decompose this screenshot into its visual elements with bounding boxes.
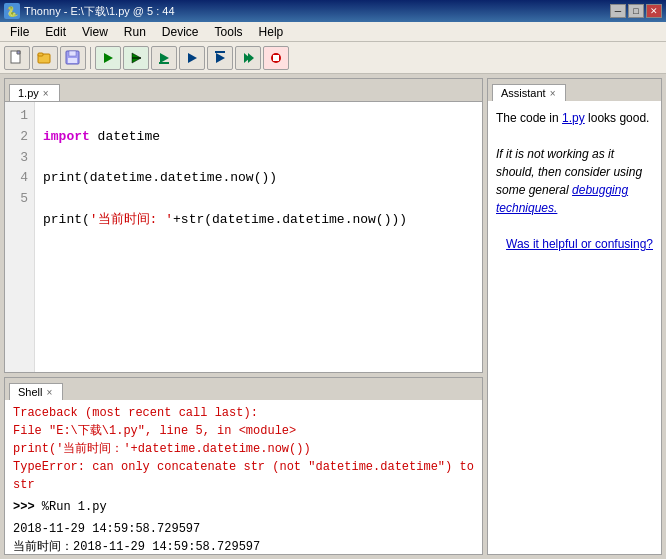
error-line-2: File "E:\下载\1.py", line 5, in <module>	[13, 422, 474, 440]
title-bar: 🐍 Thonny - E:\下载\1.py @ 5 : 44 ─ □ ✕	[0, 0, 666, 22]
assistant-text-1: The code in	[496, 111, 562, 125]
code-editor[interactable]: 1 2 3 4 5 import datetime print(datetime…	[5, 101, 482, 372]
toolbar	[0, 42, 666, 74]
menu-file[interactable]: File	[2, 23, 37, 41]
assistant-main-text: The code in 1.py looks good.	[496, 109, 653, 127]
svg-marker-12	[216, 53, 225, 63]
line-num-1: 1	[11, 106, 28, 127]
line-num-2: 2	[11, 127, 28, 148]
shell-tab-bar: Shell ×	[5, 378, 482, 400]
stop-button[interactable]	[263, 46, 289, 70]
save-button[interactable]	[60, 46, 86, 70]
shell-run-prompt: >>> %Run 1.py	[13, 498, 474, 516]
svg-rect-5	[68, 58, 77, 63]
error-line-3: print('当前时间：'+datetime.datetime.now())	[13, 440, 474, 458]
assistant-tab-label: Assistant	[501, 87, 546, 99]
menu-help[interactable]: Help	[251, 23, 292, 41]
assistant-tab-bar: Assistant ×	[488, 79, 661, 101]
minimize-button[interactable]: ─	[610, 4, 626, 18]
debug-button[interactable]	[123, 46, 149, 70]
editor-pane: 1.py × 1 2 3 4 5 import datetime print(d…	[4, 78, 483, 373]
line-num-5: 5	[11, 189, 28, 210]
svg-marker-11	[188, 53, 197, 63]
svg-rect-2	[38, 53, 43, 56]
window-controls: ─ □ ✕	[610, 4, 662, 18]
title-bar-left: 🐍 Thonny - E:\下载\1.py @ 5 : 44	[4, 3, 175, 19]
run-button[interactable]	[95, 46, 121, 70]
assistant-file-link[interactable]: 1.py	[562, 111, 585, 125]
menu-run[interactable]: Run	[116, 23, 154, 41]
editor-tab-bar: 1.py ×	[5, 79, 482, 101]
menu-edit[interactable]: Edit	[37, 23, 74, 41]
menu-tools[interactable]: Tools	[207, 23, 251, 41]
code-line-2	[43, 150, 51, 165]
maximize-button[interactable]: □	[628, 4, 644, 18]
step-into-button[interactable]	[179, 46, 205, 70]
assistant-tab-close[interactable]: ×	[550, 88, 556, 99]
close-button[interactable]: ✕	[646, 4, 662, 18]
menu-bar: File Edit View Run Device Tools Help	[0, 22, 666, 42]
assistant-tab[interactable]: Assistant ×	[492, 84, 566, 101]
code-line-3: print(datetime.datetime.now())	[43, 170, 277, 185]
shell-tab-close[interactable]: ×	[46, 387, 52, 398]
svg-marker-9	[160, 53, 169, 63]
svg-rect-4	[69, 51, 76, 56]
error-line-1: Traceback (most recent call last):	[13, 404, 474, 422]
open-button[interactable]	[32, 46, 58, 70]
output-line-2: 当前时间：2018-11-29 14:59:58.729597	[13, 538, 474, 554]
menu-device[interactable]: Device	[154, 23, 207, 41]
line-num-3: 3	[11, 148, 28, 169]
code-line-4	[43, 191, 51, 206]
menu-view[interactable]: View	[74, 23, 116, 41]
output-line-1: 2018-11-29 14:59:58.729597	[13, 520, 474, 538]
assistant-italic-text: If it is not working as it should, then …	[496, 145, 653, 217]
shell-pane: Shell × Traceback (most recent call last…	[4, 377, 483, 555]
window-title: Thonny - E:\下载\1.py @ 5 : 44	[24, 4, 175, 19]
editor-tab-close[interactable]: ×	[43, 88, 49, 99]
assistant-pane: Assistant × The code in 1.py looks good.…	[487, 78, 662, 555]
svg-marker-15	[248, 53, 254, 63]
line-numbers: 1 2 3 4 5	[5, 102, 35, 372]
editor-tab-label: 1.py	[18, 87, 39, 99]
shell-tab-label: Shell	[18, 386, 42, 398]
shell-tab[interactable]: Shell ×	[9, 383, 63, 400]
svg-marker-6	[104, 53, 113, 63]
resume-button[interactable]	[235, 46, 261, 70]
prompt-symbol-1: >>>	[13, 500, 42, 514]
error-line-4: TypeError: can only concatenate str (not…	[13, 458, 474, 494]
line-num-4: 4	[11, 168, 28, 189]
svg-rect-17	[273, 55, 279, 61]
step-out-button[interactable]	[207, 46, 233, 70]
app-icon: 🐍	[4, 3, 20, 19]
main-area: 1.py × 1 2 3 4 5 import datetime print(d…	[0, 74, 666, 559]
assistant-text-2: looks good.	[585, 111, 650, 125]
run-command: %Run 1.py	[42, 500, 107, 514]
code-content[interactable]: import datetime print(datetime.datetime.…	[35, 102, 482, 372]
editor-tab[interactable]: 1.py ×	[9, 84, 60, 101]
code-line-5: print('当前时间: '+str(datetime.datetime.now…	[43, 212, 407, 227]
assistant-content: The code in 1.py looks good. If it is no…	[488, 101, 661, 554]
toolbar-separator-1	[90, 47, 91, 69]
assistant-feedback: Was it helpful or confusing?	[496, 235, 653, 253]
new-button[interactable]	[4, 46, 30, 70]
left-panel: 1.py × 1 2 3 4 5 import datetime print(d…	[0, 74, 485, 559]
code-line-1: import datetime	[43, 129, 160, 144]
shell-content[interactable]: Traceback (most recent call last): File …	[5, 400, 482, 554]
step-over-button[interactable]	[151, 46, 177, 70]
assistant-feedback-link[interactable]: Was it helpful or confusing?	[506, 237, 653, 251]
